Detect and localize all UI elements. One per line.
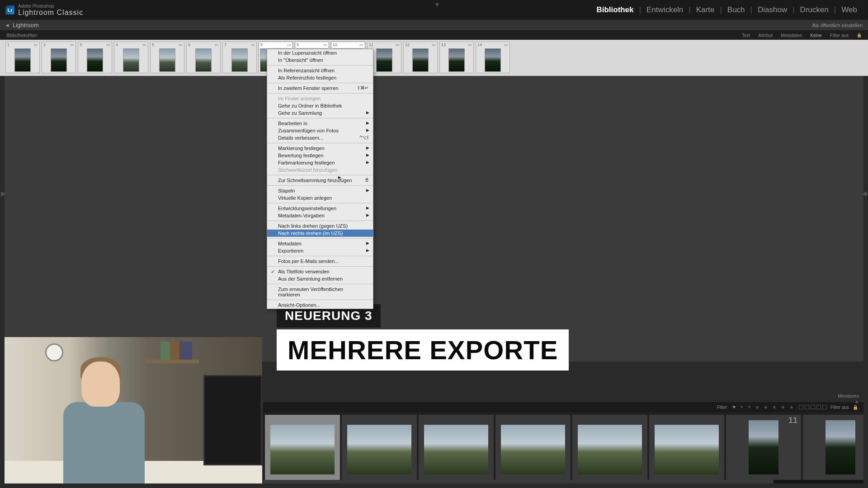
- ctx-edit-in[interactable]: Bearbeiten in▶: [267, 120, 373, 127]
- app-name: Lightroom Classic: [18, 9, 83, 17]
- ctx-virtual-copy[interactable]: Virtuelle Kopien anlegen: [267, 194, 373, 202]
- fs-flag-icon[interactable]: ⚑: [740, 405, 744, 410]
- ctx-rotate-cw[interactable]: Nach rechts drehen (im UZS): [267, 230, 373, 237]
- fs-flag-icon[interactable]: ⚑: [747, 405, 751, 410]
- ctx-set-color[interactable]: Farbmarkierung festlegen▶: [267, 159, 373, 166]
- module-picker: Bibliothek | Entwickeln | Karte | Buch |…: [591, 5, 863, 14]
- ctx-show-finder: Im Finder anzeigen: [267, 95, 373, 102]
- fs-flag-icon[interactable]: ⚑: [732, 405, 736, 410]
- filter-text[interactable]: Text: [742, 33, 750, 38]
- webcam-overlay: [5, 337, 262, 483]
- module-map[interactable]: Karte: [691, 5, 720, 14]
- module-library[interactable]: Bibliothek: [591, 5, 639, 14]
- filmstrip-thumb[interactable]: [495, 415, 571, 480]
- fs-rating-stars[interactable]: ★ ★ ★ ★ ★: [755, 404, 795, 410]
- fs-lock-icon[interactable]: 🔒: [853, 405, 858, 410]
- ctx-quick-collection[interactable]: Zur Schnellsammlung hinzufügenB: [267, 177, 373, 184]
- brand-label: Adobe Photoshop: [18, 4, 83, 9]
- ctx-stacking[interactable]: Stapeln▶: [267, 187, 373, 194]
- ctx-goto-collection[interactable]: Gehe zu Sammlung▶: [267, 109, 373, 117]
- ctx-develop-settings[interactable]: Entwicklungseinstellungen▶: [267, 205, 373, 212]
- filmstrip-thumb[interactable]: [649, 415, 724, 480]
- grid-thumb[interactable]: 13▭: [439, 42, 474, 73]
- filmstrip-thumbs: 11 12 13: [263, 412, 863, 483]
- filter-lock-icon[interactable]: 🔒: [857, 33, 862, 38]
- app-logo: Lr Adobe Photoshop Lightroom Classic: [5, 4, 83, 17]
- filmstrip-thumb[interactable]: [419, 415, 494, 480]
- grid-thumb[interactable]: 5▭: [150, 42, 184, 73]
- fs-filter-label: Filter:: [717, 405, 728, 410]
- breadcrumb-label: Lightroom: [13, 22, 39, 28]
- video-title-overlay: NEUERUNG 3 MEHRERE EXPORTE: [277, 304, 569, 371]
- ctx-set-reference[interactable]: Als Referenzfoto festlegen: [267, 74, 373, 81]
- grid-view: 1▭ 2▭ 3▭ 4▭ 5▭ 6▭ 7▭ 8▭ 9▭ 10▭ 11▭ 12▭ 1…: [0, 40, 868, 76]
- grid-thumb[interactable]: 4▭: [114, 42, 148, 73]
- grid-thumb[interactable]: 7▭: [222, 42, 257, 73]
- ctx-metadata-presets[interactable]: Metadaten-Vorgaben▶: [267, 212, 373, 219]
- ctx-open-loupe[interactable]: In der Lupenansicht öffnen: [267, 49, 373, 56]
- module-web[interactable]: Web: [836, 5, 863, 14]
- grid-thumb[interactable]: 1▭: [5, 42, 40, 73]
- filmstrip-thumb[interactable]: [572, 415, 647, 480]
- filmstrip-scrollbar[interactable]: [263, 480, 863, 483]
- ctx-email[interactable]: Fotos per E-Mails senden...: [267, 258, 373, 265]
- filter-off[interactable]: Filter aus: [830, 33, 849, 38]
- filter-label: Bibliotheksfilter:: [6, 33, 38, 38]
- filmstrip-thumb[interactable]: 11: [726, 415, 801, 480]
- ctx-mark-republish[interactable]: Zum erneuten Veröffentlichen markieren: [267, 286, 373, 298]
- ctx-export[interactable]: Exportieren▶: [267, 247, 373, 254]
- ctx-add-keyword: Stichwortkürzel hinzufügen: [267, 166, 373, 174]
- panel-toggle-left-icon[interactable]: ▶: [1, 190, 6, 197]
- collapse-arrow-icon[interactable]: ▲: [854, 399, 859, 404]
- title-main: MEHRERE EXPORTE: [277, 329, 569, 371]
- context-menu: In der Lupenansicht öffnen In "Übersicht…: [267, 49, 373, 309]
- ctx-rotate-ccw[interactable]: Nach links drehen (gegen UZS): [267, 222, 373, 230]
- ctx-lock-second-window[interactable]: In zweitem Fenster sperren⇧⌘↵: [267, 84, 373, 92]
- ctx-title-photo[interactable]: ✓Als Titelfoto verwenden: [267, 268, 373, 275]
- ctx-set-flag[interactable]: Markierung festlegen▶: [267, 145, 373, 152]
- lr-logo-icon: Lr: [5, 5, 14, 14]
- ctx-goto-folder[interactable]: Gehe zu Ordner in Bibliothek: [267, 102, 373, 109]
- fs-filter-off[interactable]: Filter aus: [830, 405, 849, 410]
- module-develop[interactable]: Entwickeln: [641, 5, 689, 14]
- ctx-view-options[interactable]: Ansicht-Optionen...: [267, 301, 373, 309]
- fs-color-labels[interactable]: [799, 405, 827, 409]
- filmstrip-thumb[interactable]: 12: [803, 415, 863, 480]
- module-print[interactable]: Drucken: [795, 5, 834, 14]
- panel-toggle-right-icon[interactable]: ◀: [862, 190, 867, 197]
- filter-attribute[interactable]: Attribut: [758, 33, 773, 38]
- grid-thumb[interactable]: 14▭: [476, 42, 510, 73]
- library-filter-bar: Bibliotheksfilter: Text Attribut Metadat…: [0, 31, 868, 40]
- thumbnails-label: Miniaturen: [838, 394, 859, 399]
- filmstrip-thumb[interactable]: [265, 415, 340, 480]
- module-book[interactable]: Buch: [722, 5, 750, 14]
- back-arrow-icon[interactable]: ◀: [5, 23, 9, 28]
- grid-thumb[interactable]: 12▭: [403, 42, 438, 73]
- grid-thumb[interactable]: 3▭: [78, 42, 112, 73]
- publish-button[interactable]: Als öffentlich einstellen: [812, 23, 863, 28]
- ctx-remove-collection[interactable]: Aus der Sammlung entfernen: [267, 275, 373, 282]
- grid-thumb[interactable]: 6▭: [186, 42, 221, 73]
- ctx-set-rating[interactable]: Bewertung festlegen▶: [267, 152, 373, 159]
- module-slideshow[interactable]: Diashow: [752, 5, 793, 14]
- ctx-open-reference[interactable]: In Referenzansicht öffnen: [267, 67, 373, 74]
- breadcrumb-bar: ◀ Lightroom Als öffentlich einstellen: [0, 20, 868, 31]
- ctx-metadata[interactable]: Metadaten▶: [267, 240, 373, 247]
- ctx-merge-photos[interactable]: Zusammenfügen von Fotos▶: [267, 127, 373, 134]
- grid-thumb[interactable]: 2▭: [42, 42, 76, 73]
- cursor-icon: ▸: [338, 174, 341, 180]
- filmstrip-header: Filter: ⚑ ⚑ ⚑ ★ ★ ★ ★ ★ Filter aus 🔒: [263, 402, 863, 412]
- panel-toggle-top-icon[interactable]: ▼: [434, 1, 440, 8]
- filmstrip: Filter: ⚑ ⚑ ⚑ ★ ★ ★ ★ ★ Filter aus 🔒 11 …: [263, 402, 863, 483]
- filmstrip-thumb[interactable]: [342, 415, 417, 480]
- filter-none[interactable]: Keine: [810, 33, 822, 38]
- filter-metadata[interactable]: Metadaten: [781, 33, 802, 38]
- ctx-enhance-details[interactable]: Details verbessern...^⌥I: [267, 134, 373, 141]
- ctx-open-survey[interactable]: In "Übersicht" öffnen: [267, 56, 373, 64]
